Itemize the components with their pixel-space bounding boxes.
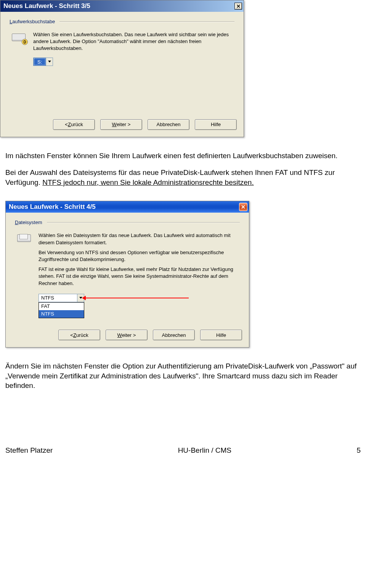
help-button[interactable]: Hilfe (200, 330, 242, 340)
combo-value: NTFS (39, 295, 77, 301)
next-button[interactable]: Weiter > (100, 119, 142, 130)
combo-list: FAT NTFS (39, 302, 84, 318)
drive-letter-combo[interactable]: S: (33, 58, 53, 66)
footer-org: HU-Berlin / CMS (178, 446, 231, 455)
close-icon[interactable]: ✕ (239, 203, 247, 211)
cancel-button[interactable]: Abbrechen (153, 330, 195, 340)
desc-1: Wählen Sie ein Dateisystem für das neue … (39, 232, 240, 246)
desc-2: Bei Verwendung von NTFS sind dessen Opti… (39, 249, 240, 263)
button-row: < Zurück Weiter > Abbrechen Hilfe (0, 115, 244, 137)
titlebar: Neues Laufwerk - Schritt 3/5 ✕ (0, 0, 244, 12)
separator (59, 21, 234, 22)
chevron-down-icon[interactable] (46, 58, 53, 66)
back-button[interactable]: < Zurück (58, 330, 100, 340)
title-text: Neues Laufwerk - Schritt 4/5 (9, 203, 96, 211)
page-footer: Steffen Platzer HU-Berlin / CMS 5 (0, 404, 366, 455)
footer-author: Steffen Platzer (5, 446, 53, 455)
combo-selected: S: (34, 58, 46, 66)
button-row: < Zurück Weiter > Abbrechen Hilfe (6, 326, 249, 347)
page-number: 5 (356, 446, 361, 455)
group-label: Dateisystem (15, 219, 240, 225)
titlebar: Neues Laufwerk - Schritt 4/5 ✕ (6, 201, 249, 213)
body-paragraph-1: Im nächsten Fenster können Sie Ihrem Lau… (5, 151, 361, 187)
drive-icon (17, 233, 32, 245)
description: Wählen Sie einen Laufwerksbuchstaben. Da… (33, 31, 234, 52)
drive-icon: D (12, 32, 27, 44)
dialog-body: Laufwerksbuchstabe D Wählen Sie einen La… (0, 12, 244, 74)
filesystem-combo[interactable]: NTFS FAT NTFS (39, 294, 84, 318)
title-text: Neues Laufwerk - Schritt 3/5 (3, 2, 90, 10)
next-button[interactable]: Weiter > (106, 330, 148, 340)
desc-3: FAT ist eine gute Wahl für kleine Laufwe… (39, 266, 240, 287)
dialog-step-4: Neues Laufwerk - Schritt 4/5 ✕ Dateisyst… (5, 201, 249, 348)
body-paragraph-2: Ändern Sie im nächsten Fenster die Optio… (5, 361, 361, 391)
help-button[interactable]: Hilfe (195, 119, 237, 130)
back-button[interactable]: < Zurück (53, 119, 95, 130)
close-icon[interactable]: ✕ (234, 3, 242, 10)
option-ntfs[interactable]: NTFS (39, 310, 84, 318)
dialog-body: Dateisystem Wählen Sie ein Dateisystem f… (6, 213, 249, 326)
group-label: Laufwerksbuchstabe (10, 19, 234, 24)
option-fat[interactable]: FAT (39, 303, 84, 310)
cancel-button[interactable]: Abbrechen (148, 119, 189, 130)
dialog-step-3: Neues Laufwerk - Schritt 3/5 ✕ Laufwerks… (0, 0, 244, 137)
separator (47, 222, 240, 223)
arrow-annotation (86, 298, 189, 298)
